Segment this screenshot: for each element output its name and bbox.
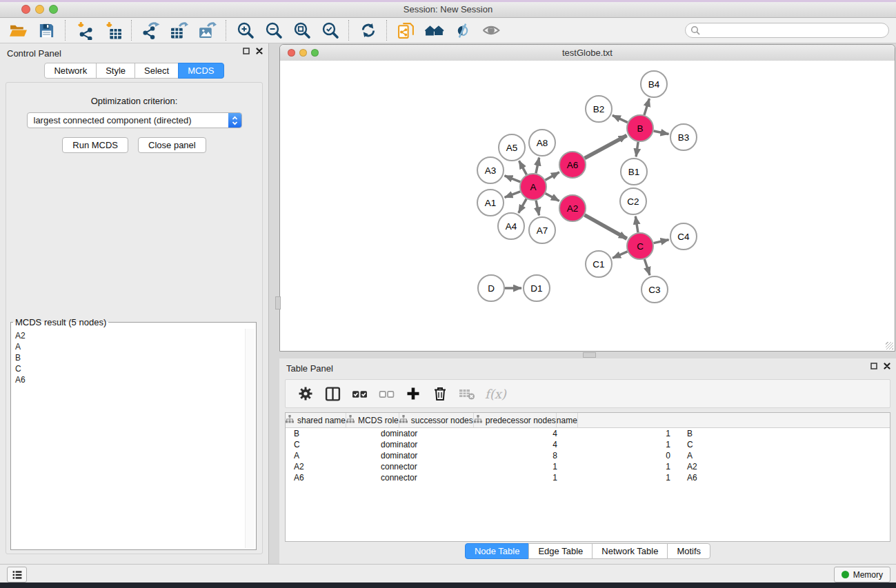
deselect-all-columns-button[interactable] [376, 383, 397, 404]
checked-boxes-icon [352, 386, 368, 402]
edge-B-B2[interactable] [613, 115, 628, 122]
network-canvas[interactable]: B4B2BB3A8A5A6A3B1AC2A1A2A4A7C4CC1DC3D1 [280, 61, 895, 351]
table-row[interactable]: B dominator 4 1 B [286, 428, 890, 439]
result-scrollbar[interactable] [245, 329, 255, 548]
node-label-A1: A1 [485, 198, 497, 208]
column-layout-button[interactable] [322, 383, 343, 404]
delete-table-button[interactable] [457, 383, 477, 404]
zoom-in-icon [237, 21, 255, 39]
control-panel-tab[interactable]: Select [135, 63, 179, 79]
mcds-result-item[interactable]: A2 [15, 330, 242, 341]
mcds-result-item[interactable]: B [15, 352, 242, 363]
column-header[interactable]: shared name [286, 413, 346, 427]
import-network-button[interactable] [70, 19, 99, 41]
zoom-in-button[interactable] [231, 19, 259, 41]
horizontal-splitter-handle[interactable] [583, 352, 596, 358]
cell-successor-nodes: 8 [459, 451, 568, 460]
node-label-C4: C4 [677, 232, 690, 242]
table-row[interactable]: A dominator 8 0 A [286, 450, 890, 461]
run-mcds-button[interactable]: Run MCDS [62, 137, 128, 153]
select-all-columns-button[interactable] [349, 383, 370, 404]
edge-A-A1[interactable] [505, 192, 521, 197]
edge-A2-C[interactable] [584, 215, 626, 239]
table-row[interactable]: C dominator 4 1 C [286, 439, 890, 450]
close-table-panel-icon[interactable] [884, 363, 890, 369]
window-resize-grip[interactable] [886, 342, 893, 349]
table-tab[interactable]: Network Table [592, 543, 668, 559]
network-window-titlebar[interactable]: testGlobe.txt [280, 45, 895, 61]
open-session-button[interactable] [4, 19, 32, 41]
float-table-panel-icon[interactable] [870, 363, 877, 369]
export-image-button[interactable] [193, 19, 221, 41]
column-header-label: shared name [297, 416, 346, 425]
column-header[interactable]: predecessor nodes [474, 413, 557, 427]
edge-B-B1[interactable] [636, 142, 638, 156]
reset-view-button[interactable] [420, 19, 448, 41]
control-panel-tab[interactable]: MCDS [178, 63, 223, 79]
edge-C-C3[interactable] [644, 259, 650, 275]
column-header[interactable]: MCDS role [346, 413, 399, 427]
eye-icon [481, 21, 501, 40]
zoom-out-button[interactable] [259, 19, 288, 41]
edge-A-A8[interactable] [536, 158, 539, 174]
edge-B-B4[interactable] [644, 99, 649, 115]
edge-A-A2[interactable] [546, 194, 559, 201]
edge-A6-B[interactable] [585, 135, 627, 158]
session-title: Session: New Session [0, 2, 896, 17]
memory-button[interactable]: Memory [834, 567, 890, 582]
import-table-button[interactable] [99, 19, 127, 41]
refresh-button[interactable] [354, 19, 382, 41]
zoom-selected-button[interactable] [316, 19, 344, 41]
mcds-result-item[interactable]: A6 [15, 374, 242, 385]
show-hide-view-button[interactable] [477, 19, 505, 41]
table-settings-button[interactable] [295, 383, 316, 404]
column-header-label: MCDS role [358, 416, 399, 425]
delete-column-button[interactable] [430, 383, 450, 404]
float-panel-icon[interactable] [243, 48, 250, 54]
function-builder-button[interactable]: f(x) [484, 387, 506, 401]
table-row[interactable]: A6 connector 1 1 A6 [286, 472, 890, 483]
edge-C-C2[interactable] [635, 216, 638, 232]
table-tab[interactable]: Node Table [465, 543, 530, 559]
new-network-from-selection-button[interactable] [392, 19, 420, 41]
control-panel-tab[interactable]: Network [44, 63, 97, 79]
edge-C-C1[interactable] [613, 252, 627, 258]
close-panel-icon[interactable] [256, 48, 263, 54]
column-header-label: predecessor nodes [486, 416, 556, 425]
column-header[interactable]: successor nodes [399, 413, 474, 427]
task-history-button[interactable] [7, 567, 27, 582]
mcds-result-item[interactable]: A [15, 341, 242, 352]
zoom-fit-button[interactable] [288, 19, 316, 41]
optimization-criterion-select[interactable]: largest connected component (directed) [27, 112, 242, 128]
edge-A-A6[interactable] [545, 172, 559, 180]
table-row[interactable]: A2 connector 1 1 A2 [286, 461, 890, 472]
mcds-result-item[interactable]: C [15, 363, 242, 374]
export-network-button[interactable] [137, 19, 165, 41]
edge-C-C4[interactable] [654, 240, 669, 243]
column-header[interactable]: name [557, 413, 578, 427]
node-label-C: C [637, 241, 644, 252]
show-hide-style-button[interactable] [448, 19, 477, 41]
edge-A-A3[interactable] [505, 176, 521, 182]
toolbar-separator [348, 20, 350, 41]
edge-A-A4[interactable] [519, 199, 526, 212]
mcds-result-list: A2ABCA6 [12, 329, 245, 548]
control-panel-tabs: NetworkStyleSelectMCDS [0, 63, 268, 79]
cell-predecessor-nodes: 1 [568, 462, 680, 472]
edge-A-A7[interactable] [536, 201, 539, 216]
search-input[interactable] [685, 23, 889, 38]
node-label-B4: B4 [648, 79, 660, 90]
vertical-splitter-handle[interactable] [275, 296, 281, 310]
control-panel-tab[interactable]: Style [96, 63, 135, 79]
table-tab[interactable]: Motifs [667, 543, 710, 559]
export-table-button[interactable] [165, 19, 193, 41]
close-panel-button[interactable]: Close panel [138, 137, 206, 153]
export-image-icon [198, 21, 217, 40]
cell-name: A2 [680, 462, 738, 472]
save-session-button[interactable] [32, 19, 61, 41]
create-column-button[interactable] [403, 383, 424, 404]
edge-B-B3[interactable] [654, 131, 669, 134]
edge-A-A5[interactable] [519, 161, 527, 174]
node-label-A5: A5 [506, 143, 518, 153]
table-tab[interactable]: Edge Table [528, 543, 593, 559]
